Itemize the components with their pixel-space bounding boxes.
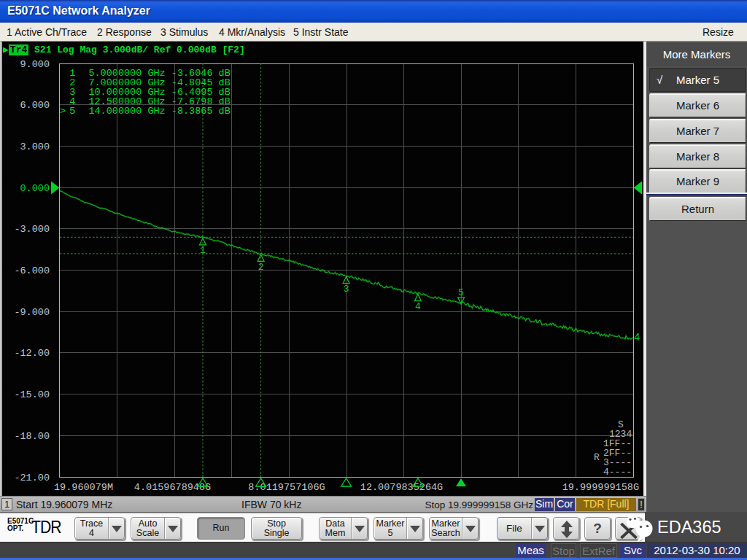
svg-text:19.999999158G: 19.999999158G: [562, 482, 639, 493]
svg-text:3: 3: [344, 284, 349, 295]
svg-text:3.000: 3.000: [20, 141, 50, 152]
svg-text:2: 2: [258, 262, 264, 273]
svg-text:R: R: [594, 452, 600, 463]
svg-text:19.960079M: 19.960079M: [54, 482, 113, 493]
svg-text:9.000: 9.000: [20, 59, 50, 70]
svg-text:6.000: 6.000: [20, 100, 50, 111]
svg-text:-21.00: -21.00: [14, 472, 50, 483]
svg-text:1: 1: [200, 245, 206, 256]
svg-text:0.000: 0.000: [20, 183, 50, 194]
svg-text:-6.000: -6.000: [14, 265, 50, 276]
svg-text:>: >: [60, 106, 66, 117]
svg-text:14.000000 GHz -8.3865 dB: 14.000000 GHz -8.3865 dB: [88, 106, 230, 117]
svg-text:4: 4: [634, 332, 640, 343]
svg-text:-12.00: -12.00: [14, 348, 50, 359]
svg-text:8.0119757106G: 8.0119757106G: [248, 482, 325, 493]
svg-text:5: 5: [458, 287, 464, 298]
svg-text:-3.000: -3.000: [14, 224, 50, 235]
svg-text:-18.00: -18.00: [14, 431, 50, 442]
svg-text:-9.000: -9.000: [14, 307, 50, 318]
svg-text:5: 5: [69, 106, 75, 117]
svg-text:4----: 4----: [603, 467, 632, 478]
svg-text:12.0079835264G: 12.0079835264G: [360, 482, 443, 493]
svg-text:4: 4: [415, 301, 421, 312]
svg-text:-15.00: -15.00: [14, 389, 50, 400]
